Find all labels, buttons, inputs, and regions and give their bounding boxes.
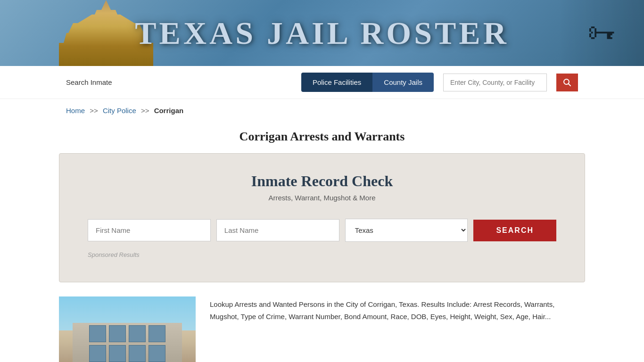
- sponsored-label: Sponsored Results: [88, 251, 556, 258]
- record-search-button[interactable]: SEARCH: [473, 220, 556, 241]
- search-inmate-label: Search Inmate: [66, 78, 112, 86]
- building-windows: [89, 325, 165, 362]
- facility-search-input[interactable]: [443, 74, 547, 91]
- record-check-title: Inmate Record Check: [88, 173, 556, 190]
- county-jails-button[interactable]: County Jails: [372, 73, 434, 92]
- breadcrumb-separator-2: >>: [141, 107, 149, 115]
- record-check-box: Inmate Record Check Arrests, Warrant, Mu…: [59, 153, 585, 282]
- header-banner: Texas Jail Roster 🗝: [0, 0, 644, 66]
- bottom-section: Lookup Arrests and Wanted Persons in the…: [0, 296, 644, 362]
- state-select[interactable]: TexasAlabamaAlaskaArizonaArkansasCalifor…: [345, 219, 468, 242]
- keys-image: 🗝: [559, 0, 644, 66]
- breadcrumb-current: Corrigan: [154, 107, 184, 115]
- record-check-subtitle: Arrests, Warrant, Mugshot & More: [88, 194, 556, 202]
- nav-bar: Search Inmate Police Facilities County J…: [0, 66, 644, 99]
- window-8: [149, 345, 165, 362]
- window-6: [109, 345, 126, 362]
- window-2: [109, 325, 126, 342]
- window-5: [89, 345, 106, 362]
- building-image: [59, 296, 196, 362]
- breadcrumb-separator-1: >>: [90, 107, 98, 115]
- police-facilities-button[interactable]: Police Facilities: [301, 73, 372, 92]
- window-7: [129, 345, 146, 362]
- page-title: Corrigan Arrests and Warrants: [66, 130, 578, 144]
- nav-search-button[interactable]: [556, 74, 578, 91]
- breadcrumb-city-police[interactable]: City Police: [103, 107, 136, 115]
- breadcrumb-home[interactable]: Home: [66, 107, 85, 115]
- window-3: [129, 325, 146, 342]
- first-name-input[interactable]: [88, 219, 211, 241]
- breadcrumb: Home >> City Police >> Corrigan: [0, 99, 644, 122]
- record-search-row: TexasAlabamaAlaskaArizonaArkansasCalifor…: [88, 219, 556, 242]
- window-1: [89, 325, 106, 342]
- svg-line-1: [569, 83, 571, 86]
- search-icon: [563, 78, 571, 87]
- nav-buttons: Police Facilities County Jails: [301, 73, 434, 92]
- page-title-section: Corrigan Arrests and Warrants: [0, 122, 644, 153]
- city-description: Lookup Arrests and Wanted Persons in the…: [210, 296, 585, 362]
- last-name-input[interactable]: [216, 219, 339, 241]
- window-4: [149, 325, 165, 342]
- building-body: [73, 323, 182, 362]
- site-title: Texas Jail Roster: [135, 15, 509, 52]
